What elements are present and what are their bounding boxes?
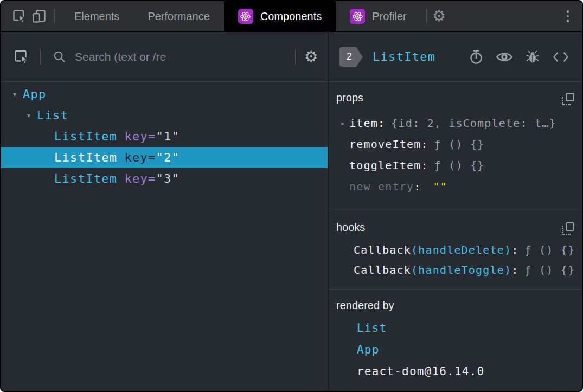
select-component-icon[interactable] <box>11 46 33 68</box>
tab-elements[interactable]: Elements <box>60 1 133 31</box>
tab-label: Profiler <box>372 10 406 23</box>
hooks-section-title: hooks <box>336 221 365 234</box>
component-name: ListItem <box>54 151 117 164</box>
settings-gear-icon[interactable]: ⚙ <box>432 9 446 24</box>
toolbar-divider <box>54 9 55 24</box>
tab-label: Performance <box>148 10 210 23</box>
search-bar <box>48 50 286 64</box>
tree-pane: ⚙ ▾ App ▾ List ListItemkey="1" ListItemk… <box>1 32 329 391</box>
rendered-by-title: rendered by <box>336 299 394 312</box>
inspector-header: 2 ListItem <box>329 32 582 82</box>
tree-settings-gear-icon[interactable]: ⚙ <box>304 49 318 65</box>
prop-row-removeitem: removeItem:ƒ () {} <box>336 133 574 155</box>
devtools-window: Elements Performance Components <box>0 0 583 392</box>
tab-components[interactable]: Components <box>224 1 336 31</box>
inspect-element-icon[interactable] <box>10 7 29 26</box>
search-input[interactable] <box>74 50 286 64</box>
props-section-title: props <box>336 92 363 104</box>
hook-row-handledelete: Callback(handleDelete):ƒ () {} <box>336 240 574 260</box>
expander-icon[interactable]: ▾ <box>7 89 23 99</box>
toolbar-divider <box>426 9 427 24</box>
component-name: ListItem <box>54 130 117 143</box>
prop-value: {id: 2, isComplete: t…} <box>391 117 556 130</box>
renderer-version: react-dom@16.14.0 <box>357 365 484 378</box>
tree-row-list[interactable]: ▾ List <box>1 105 328 126</box>
prop-value: ƒ () {} <box>434 159 485 172</box>
tree-row-app[interactable]: ▾ App <box>1 83 328 105</box>
tree-row-listitem-3[interactable]: ListItemkey="3" <box>1 168 328 189</box>
new-entry-name-input[interactable]: new entry <box>349 180 414 193</box>
tree-toolbar: ⚙ <box>1 32 328 82</box>
expander-icon[interactable]: ▾ <box>21 111 37 120</box>
prop-row-item[interactable]: ▸item:{id: 2, isComplete: t…} <box>336 112 574 133</box>
key-attribute: key="1" <box>124 130 180 143</box>
component-name: App <box>23 87 47 101</box>
rendered-by-item: react-dom@16.14.0 <box>336 361 574 382</box>
rendered-by-item[interactable]: App <box>336 339 574 361</box>
suspense-stopwatch-icon[interactable] <box>466 47 486 67</box>
tab-label: Components <box>260 10 322 23</box>
rendered-by-item[interactable]: List <box>336 317 574 339</box>
log-bug-icon[interactable] <box>522 47 543 67</box>
react-logo-icon <box>238 9 253 24</box>
device-toolbar-icon[interactable] <box>29 7 49 26</box>
tree-row-listitem-1[interactable]: ListItemkey="1" <box>1 126 328 147</box>
key-attribute: key="2" <box>124 151 180 164</box>
tab-performance[interactable]: Performance <box>133 1 224 31</box>
copy-icon[interactable] <box>562 93 574 105</box>
react-logo-icon <box>350 9 365 24</box>
new-prop-entry-row[interactable]: new entry:"" <box>336 176 574 197</box>
selected-component-title: ListItem <box>373 50 435 63</box>
component-name: ListItem <box>54 172 117 185</box>
devtools-tabbar: Elements Performance Components <box>1 1 582 32</box>
tab-profiler[interactable]: Profiler <box>336 1 420 31</box>
component-name: List <box>37 108 68 122</box>
hooks-section: hooks Callback(handleDelete):ƒ () {} Cal… <box>329 211 582 290</box>
rendered-by-rows: List App react-dom@16.14.0 <box>336 317 574 382</box>
copy-icon[interactable] <box>562 222 574 235</box>
hook-name-link: (handleToggle) <box>411 264 511 277</box>
inspect-dom-eye-icon[interactable] <box>494 47 515 67</box>
owner-link[interactable]: List <box>357 322 387 335</box>
toolbar-divider <box>295 49 296 65</box>
component-tree: ▾ App ▾ List ListItemkey="1" ListItemkey… <box>1 82 328 391</box>
search-icon <box>53 50 66 63</box>
expander-icon[interactable]: ▸ <box>336 119 349 127</box>
tree-row-listitem-2-selected[interactable]: ListItemkey="2" <box>1 147 328 168</box>
props-rows: ▸item:{id: 2, isComplete: t…} removeItem… <box>336 112 574 197</box>
key-attribute: key="3" <box>124 172 180 185</box>
tab-label: Elements <box>74 10 119 23</box>
props-section: props ▸item:{id: 2, isComplete: t…} remo… <box>329 82 582 211</box>
components-panel: ⚙ ▾ App ▾ List ListItemkey="1" ListItemk… <box>1 32 582 391</box>
hooks-rows: Callback(handleDelete):ƒ () {} Callback(… <box>336 240 574 280</box>
inspector-pane: 2 ListItem <box>329 32 582 391</box>
kebab-menu-icon[interactable] <box>561 7 575 25</box>
owner-link[interactable]: App <box>357 343 380 356</box>
prop-row-toggleitem: toggleItem:ƒ () {} <box>336 155 574 176</box>
element-badge: 2 <box>339 47 356 67</box>
new-entry-value-input[interactable]: "" <box>433 180 447 193</box>
view-source-code-icon[interactable] <box>550 47 571 67</box>
prop-value: ƒ () {} <box>434 138 485 151</box>
toolbar-divider <box>40 49 41 65</box>
hook-row-handletoggle: Callback(handleToggle):ƒ () {} <box>336 260 574 280</box>
hook-name-link: (handleDelete) <box>411 243 511 256</box>
rendered-by-section: rendered by List App react-dom@16.14.0 <box>329 290 582 391</box>
